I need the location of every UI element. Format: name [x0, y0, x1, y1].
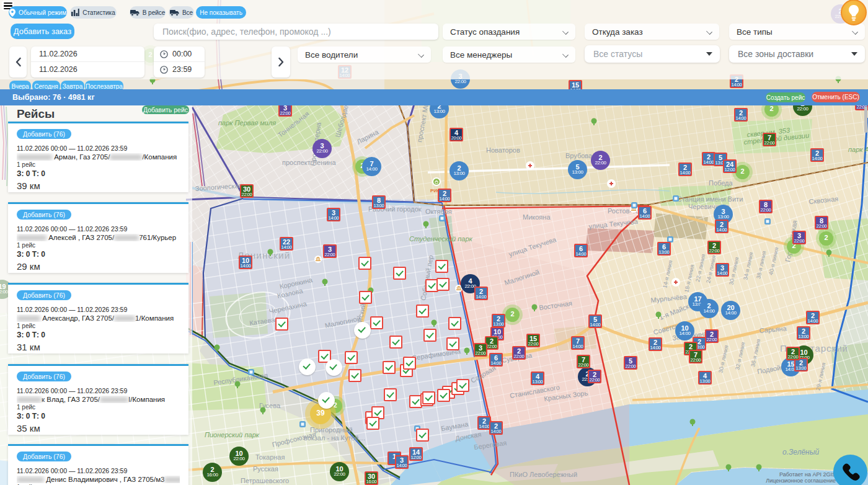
svg-text:Пригородный: Пригородный: [310, 426, 353, 434]
svg-text:парк Авиа…: парк Авиа…: [848, 146, 868, 153]
svg-text:Студенческий парк: Студенческий парк: [409, 235, 473, 242]
svg-text:Октября: Октября: [425, 208, 452, 215]
svg-text:Микояна: Микояна: [523, 213, 551, 221]
svg-text:Победа: Победа: [709, 179, 733, 187]
svg-text:о.Зелёный: о.Зелёный: [782, 448, 820, 456]
svg-text:парк Первая миля: парк Первая миля: [218, 119, 276, 127]
svg-text:Станция имени Вити: Станция имени Вити: [677, 195, 743, 203]
svg-text:Токарная: Токарная: [255, 453, 285, 461]
svg-text:Новаторов: Новаторов: [486, 146, 520, 154]
svg-text:Петрашевского: Петрашевского: [241, 477, 289, 484]
svg-text:Русская: Русская: [253, 465, 278, 473]
svg-text:ПКиО Левобережный: ПКиО Левобережный: [510, 471, 577, 478]
svg-text:Пионерский парк: Пионерский парк: [205, 431, 260, 438]
